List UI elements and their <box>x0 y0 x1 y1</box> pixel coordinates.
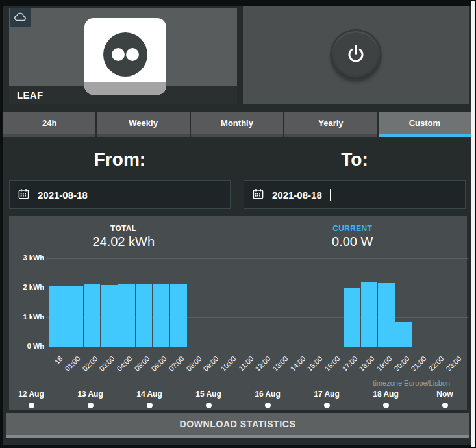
stats-row: TOTAL 24.02 kWh CURRENT 0.00 W <box>9 216 467 249</box>
timezone-note: timezone Europe/Lisbon <box>373 379 450 387</box>
from-date-value: 2021-08-18 <box>38 190 88 201</box>
app-screen: LEAF 24hWeeklyMonthlyYearlyCustom From: <box>0 0 476 448</box>
from-heading: From: <box>9 149 231 170</box>
calendar-icon <box>252 188 264 203</box>
to-date-value: 2021-08-18 <box>272 190 322 201</box>
power-icon <box>345 44 367 68</box>
y-tick-label: 1 kWh <box>12 313 44 321</box>
y-tick-label: 3 kWh <box>12 254 44 262</box>
bar-01:00[interactable] <box>66 286 83 347</box>
day-radio-dot[interactable] <box>265 403 271 408</box>
bar-03:00[interactable] <box>101 285 118 347</box>
day-option-13-aug[interactable]: 13 Aug <box>77 390 103 408</box>
x-axis-labels: 1801:0002:0003:0004:0005:0006:0007:0008:… <box>49 347 464 382</box>
tab-monthly[interactable]: Monthly <box>191 112 283 137</box>
calendar-icon <box>18 188 30 203</box>
bar-02:00[interactable] <box>84 284 101 347</box>
tab-weekly[interactable]: Weekly <box>97 112 189 137</box>
download-statistics-button[interactable]: DOWNLOAD STATISTICS <box>6 413 469 438</box>
tab-24h[interactable]: 24h <box>3 112 95 137</box>
bar-17:00[interactable] <box>344 288 360 347</box>
y-tick-label: 0 Wh <box>12 342 44 350</box>
bar-chart-plot <box>49 258 464 347</box>
from-section: From: 2021-08-18 <box>9 138 231 170</box>
socket-icon <box>84 18 166 95</box>
day-label: 16 Aug <box>255 390 281 399</box>
day-radio-dot[interactable] <box>147 403 153 408</box>
bar-05:00[interactable] <box>136 284 153 347</box>
day-radio-dot[interactable] <box>383 403 389 408</box>
device-tile[interactable]: LEAF <box>9 8 237 104</box>
day-label: 12 Aug <box>18 390 44 399</box>
bar-18:00[interactable] <box>361 282 378 347</box>
from-date-input[interactable]: 2021-08-18 <box>9 180 231 209</box>
bar-04:00[interactable] <box>118 284 135 347</box>
to-date-input[interactable]: 2021-08-18 <box>244 180 466 209</box>
total-label: TOTAL <box>9 224 238 233</box>
power-button[interactable] <box>332 31 380 79</box>
socket-pin-right <box>126 48 139 61</box>
day-label: 17 Aug <box>314 390 340 399</box>
bar-18[interactable] <box>49 286 66 347</box>
bar-20:00[interactable] <box>395 322 412 347</box>
bar-19:00[interactable] <box>378 283 395 347</box>
cloud-icon <box>13 12 27 24</box>
day-option-18-aug[interactable]: 18 Aug <box>373 390 399 408</box>
day-option-12-aug[interactable]: 12 Aug <box>18 390 44 408</box>
socket-face <box>103 32 147 77</box>
gridline <box>46 258 468 259</box>
total-stat: TOTAL 24.02 kWh <box>9 224 238 249</box>
scrollbar-strip[interactable] <box>471 1 475 447</box>
day-option-14-aug[interactable]: 14 Aug <box>136 390 162 408</box>
day-label: Now <box>432 390 458 399</box>
day-label: 15 Aug <box>195 390 221 399</box>
power-tile <box>243 6 469 104</box>
current-stat: CURRENT 0.00 W <box>238 224 468 249</box>
text-cursor <box>330 189 331 201</box>
day-label: 13 Aug <box>77 390 103 399</box>
tab-yearly[interactable]: Yearly <box>284 112 377 137</box>
day-label: 14 Aug <box>136 390 162 399</box>
bar-06:00[interactable] <box>153 284 170 347</box>
day-radio-dot[interactable] <box>206 403 212 408</box>
to-section: To: 2021-08-18 <box>244 138 466 170</box>
day-option-now[interactable]: Now <box>432 390 458 408</box>
chart-panel: TOTAL 24.02 kWh CURRENT 0.00 W 3 kWh2 kW… <box>9 216 467 410</box>
day-selector: 12 Aug13 Aug14 Aug15 Aug16 Aug17 Aug18 A… <box>9 390 467 408</box>
socket-pin-left <box>112 48 125 61</box>
bar-07:00[interactable] <box>170 284 187 347</box>
day-option-16-aug[interactable]: 16 Aug <box>255 390 281 408</box>
to-heading: To: <box>244 149 466 170</box>
tab-bar: 24hWeeklyMonthlyYearlyCustom <box>3 112 471 137</box>
day-radio-dot[interactable] <box>88 403 94 408</box>
current-value: 0.00 W <box>238 234 468 249</box>
current-label: CURRENT <box>238 224 468 233</box>
socket-band <box>84 82 166 95</box>
day-option-15-aug[interactable]: 15 Aug <box>195 390 221 408</box>
tab-custom[interactable]: Custom <box>379 112 471 137</box>
day-option-17-aug[interactable]: 17 Aug <box>314 390 340 408</box>
cloud-status-button[interactable] <box>9 8 31 28</box>
day-radio-dot[interactable] <box>442 403 448 408</box>
device-name: LEAF <box>17 90 43 101</box>
y-tick-label: 2 kWh <box>12 283 44 291</box>
day-radio-dot[interactable] <box>29 403 34 408</box>
total-value: 24.02 kWh <box>9 234 238 249</box>
day-label: 18 Aug <box>373 390 399 399</box>
day-radio-dot[interactable] <box>324 403 330 408</box>
app-body: LEAF 24hWeeklyMonthlyYearlyCustom From: <box>3 6 471 445</box>
